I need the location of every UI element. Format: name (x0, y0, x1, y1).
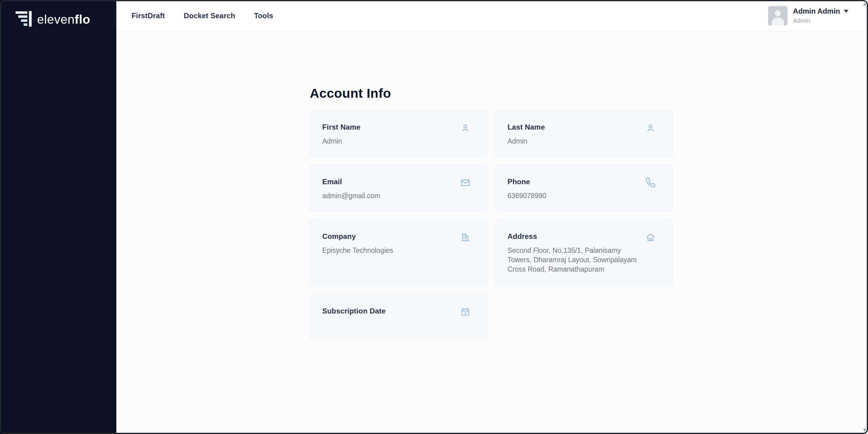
user-icon (460, 123, 470, 133)
card-label: Email (322, 177, 474, 186)
brand-logo[interactable]: elevenflo (0, 0, 116, 29)
chevron-down-icon[interactable] (844, 10, 848, 13)
nav-item-docket-search[interactable]: Docket Search (184, 11, 235, 20)
user-menu[interactable]: Admin Admin Admin (768, 6, 848, 26)
card-label: Address (507, 232, 659, 241)
card-label: First Name (322, 123, 474, 131)
brand-name-light: eleven (37, 12, 75, 26)
card-label: Last Name (507, 123, 659, 131)
card-company: Company Episyche Technologies (310, 220, 488, 286)
card-phone: Phone 6369078990 (495, 165, 673, 211)
user-icon (645, 123, 656, 133)
building-icon (460, 232, 470, 242)
top-navigation-bar: FirstDraft Docket Search Tools Admin Adm… (116, 0, 868, 32)
brand-name: elevenflo (37, 12, 90, 27)
scrollbar[interactable]: ▲ ▼ (861, 0, 868, 434)
card-label: Subscription Date (322, 307, 474, 315)
card-label: Company (322, 232, 474, 241)
mail-icon (460, 177, 470, 188)
main-nav: FirstDraft Docket Search Tools (131, 11, 273, 20)
card-last-name: Last Name Admin (495, 110, 673, 157)
sidebar: elevenflo (0, 0, 116, 434)
card-value: 6369078990 (507, 191, 645, 201)
card-value: admin@gmail.com (322, 191, 460, 201)
card-address: Address Second Floor, No.135/1, Palanisa… (495, 220, 673, 286)
card-label: Phone (507, 177, 659, 186)
card-first-name: First Name Admin (310, 110, 488, 157)
main-content: Account Info First Name Admin Last Name … (116, 32, 868, 434)
card-email: Email admin@gmail.com (310, 165, 488, 211)
elevenflo-logo-icon (14, 10, 32, 29)
phone-icon (645, 177, 656, 188)
user-role: Admin (793, 17, 848, 25)
card-value: Admin (322, 137, 460, 146)
scroll-up-icon[interactable]: ▲ (862, 1, 867, 7)
brand-name-bold: flo (75, 12, 91, 26)
user-name: Admin Admin (793, 7, 840, 16)
home-icon (645, 232, 656, 242)
calendar-icon (460, 307, 470, 317)
card-value: Second Floor, No.135/1, Palanisamy Tower… (507, 246, 645, 274)
page-title: Account Info (310, 86, 673, 101)
scroll-down-icon[interactable]: ▼ (862, 427, 867, 433)
user-meta: Admin Admin Admin (793, 7, 848, 25)
account-info-grid: First Name Admin Last Name Admin (310, 110, 673, 339)
avatar-person-icon (775, 10, 781, 16)
nav-item-tools[interactable]: Tools (254, 11, 273, 20)
avatar (768, 6, 787, 26)
card-value: Admin (507, 137, 645, 146)
nav-item-firstdraft[interactable]: FirstDraft (131, 11, 165, 20)
card-subscription-date: Subscription Date (310, 294, 488, 339)
card-value: Episyche Technologies (322, 246, 460, 255)
